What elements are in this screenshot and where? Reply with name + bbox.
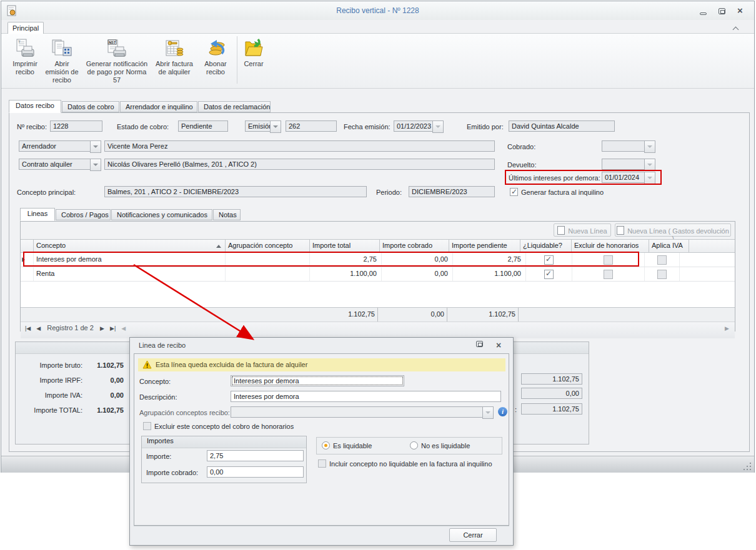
estado-cobro-field[interactable]: Pendiente xyxy=(178,120,228,132)
arrendador-combo[interactable]: Arrendador xyxy=(19,140,101,152)
imprimir-recibo-button[interactable]: T Imprimir recibo xyxy=(9,36,41,85)
nav-first-icon[interactable]: |◀ xyxy=(25,325,31,331)
col-liquidable[interactable]: ¿Liquidable? xyxy=(520,240,572,252)
cell-importe-total[interactable]: 1.100,00 xyxy=(310,267,382,281)
chevron-down-icon[interactable] xyxy=(90,159,101,171)
cell-concepto[interactable]: Renta xyxy=(34,267,226,281)
iva-checkbox[interactable] xyxy=(657,270,667,279)
cell-excluir[interactable] xyxy=(572,267,645,281)
restore-button[interactable] xyxy=(717,7,727,15)
concepto-principal-field[interactable]: Balmes, 201 , ATICO 2 - DICIEMBRE/2023 xyxy=(104,186,367,197)
dialog-cerrar-button[interactable]: Cerrar xyxy=(449,528,497,542)
iva-checkbox[interactable] xyxy=(657,255,667,265)
minimize-button[interactable] xyxy=(699,7,709,15)
tab-notificaciones[interactable]: Notificaciones y comunicados xyxy=(111,209,212,220)
col-importe-pendiente[interactable]: Importe pendiente xyxy=(449,240,520,252)
devuelto-combo[interactable] xyxy=(602,159,655,170)
svg-text:N57: N57 xyxy=(109,41,116,44)
tab-arrendador-inquilino[interactable]: Arrendador e inquilino xyxy=(120,101,197,112)
navigator-text: Registro 1 de 2 xyxy=(47,324,94,331)
total-importe-cobrado: 0,00 xyxy=(378,308,447,322)
nav-scroll-right-icon[interactable]: ▶ xyxy=(725,325,729,331)
liquidable-checkbox[interactable] xyxy=(544,270,554,279)
generar-factura-checkbox[interactable] xyxy=(510,188,518,196)
arrendador-combo-value: Arrendador xyxy=(19,140,90,152)
cell-iva[interactable] xyxy=(645,253,680,267)
dlg-importe-field[interactable]: 2,75 xyxy=(207,450,304,461)
cell-importe-pendiente[interactable]: 1.100,00 xyxy=(453,267,526,281)
dialog-title-bar[interactable]: Linea de recibo × xyxy=(130,338,513,353)
emision-combo[interactable]: Emisión xyxy=(245,120,281,132)
col-concepto[interactable]: Concepto xyxy=(34,240,226,252)
dlg-incluir-checkbox[interactable] xyxy=(318,459,326,468)
excluir-checkbox[interactable] xyxy=(604,270,613,279)
info-icon[interactable]: i xyxy=(498,407,507,416)
title-bar[interactable]: Recibo vertical - Nº 1228 × xyxy=(1,1,754,20)
cerrar-button[interactable]: Cerrar xyxy=(240,36,267,85)
abrir-factura-button[interactable]: Abrir factura de alquiler xyxy=(152,36,196,85)
tab-principal[interactable]: Principal xyxy=(7,22,44,34)
dialog-footer-separator xyxy=(134,526,509,526)
cobrado-combo[interactable] xyxy=(602,140,655,152)
norma57-icon: N57 xyxy=(105,39,129,59)
dlg-importe-label: Importe: xyxy=(146,453,171,460)
fecha-emision-combo[interactable]: 01/12/2023 xyxy=(394,120,444,132)
col-agrupacion[interactable]: Agrupación concepto xyxy=(226,240,310,252)
dlg-excluir-checkbox[interactable] xyxy=(143,422,151,430)
nueva-linea-button[interactable]: Nueva Línea xyxy=(554,223,611,237)
contrato-combo[interactable]: Contrato alquiler xyxy=(19,159,101,170)
chevron-down-icon[interactable] xyxy=(90,140,101,153)
dlg-importe-cobrado-field[interactable]: 0,00 xyxy=(207,466,304,478)
abrir-emision-button[interactable]: Abrir emisión de recibo xyxy=(42,36,81,85)
col-importe-cobrado[interactable]: Importe cobrado xyxy=(380,240,449,252)
dlg-descripcion-field[interactable]: Intereses por demora xyxy=(231,391,501,402)
tab-datos-reclamacion[interactable]: Datos de reclamación xyxy=(198,101,271,112)
dlg-agrupacion-combo[interactable] xyxy=(231,406,494,418)
close-button[interactable]: × xyxy=(737,7,747,14)
grid-row-renta[interactable]: Renta 1.100,00 0,00 1.100,00 xyxy=(21,267,735,282)
importe-total-value: 1.102,75 xyxy=(84,406,124,414)
cell-importe-cobrado[interactable]: 0,00 xyxy=(382,267,453,281)
generar-notificacion-button[interactable]: N57 Generar notificación de pago por Nor… xyxy=(82,36,151,85)
open-invoice-icon xyxy=(163,39,186,59)
dialog-close-icon[interactable]: × xyxy=(496,340,501,350)
dialog-restore-button[interactable] xyxy=(475,341,484,348)
tab-datos-recibo[interactable]: Datos recibo xyxy=(9,100,61,113)
generar-factura-label: Generar factura al inquilino xyxy=(521,189,604,196)
no-es-liquidable-radio[interactable] xyxy=(410,441,418,449)
window-title: Recibo vertical - Nº 1228 xyxy=(1,6,754,15)
annotation-red-box-row xyxy=(23,252,639,267)
cell-iva[interactable] xyxy=(645,267,680,281)
dlg-concepto-field[interactable]: Intereses por demora xyxy=(231,375,404,386)
tab-lineas[interactable]: Lineas xyxy=(20,208,55,221)
toolbar-label: Abonar recibo xyxy=(197,60,234,76)
col-excluir-honorarios[interactable]: Excluir de honorarios xyxy=(572,240,649,252)
ribbon-toolbar: T Imprimir recibo Abrir emisión de recib… xyxy=(1,34,754,89)
resize-grip[interactable] xyxy=(743,462,751,470)
emitido-por-field[interactable]: David Quintas Alcalde xyxy=(509,120,615,132)
cell-agrupacion[interactable] xyxy=(226,267,310,281)
nueva-linea-gastos-button[interactable]: Nueva Línea ( Gastos devolución ) xyxy=(615,223,731,237)
tab-datos-cobro[interactable]: Datos de cobro xyxy=(62,101,119,112)
col-importe-total[interactable]: Importe total xyxy=(310,240,380,252)
arrendador-field[interactable]: Vicente Mora Perez xyxy=(104,140,495,152)
cobrado-combo-value xyxy=(602,140,644,152)
emision-num-field[interactable]: 262 xyxy=(286,120,337,132)
col-aplica-iva[interactable]: Aplica IVA xyxy=(649,240,689,252)
collapse-ribbon-icon[interactable] xyxy=(734,26,739,31)
tab-cobros-pagos[interactable]: Cobros / Pagos xyxy=(56,209,111,220)
num-recibo-field[interactable]: 1228 xyxy=(50,120,102,132)
tab-notas[interactable]: Notas xyxy=(213,209,241,220)
toolbar-label: Abrir factura de alquiler xyxy=(152,60,196,76)
nav-scroll-left-icon[interactable]: ◀ xyxy=(121,325,126,331)
contrato-field[interactable]: Nicolás Olivares Perelló (Balmes, 201 , … xyxy=(104,159,495,170)
dlg-concepto-label: Concepto: xyxy=(139,378,171,385)
cell-liquidable[interactable] xyxy=(526,267,572,281)
nav-last-icon[interactable]: ▶| xyxy=(110,325,116,331)
es-liquidable-radio[interactable] xyxy=(322,441,330,449)
nav-prev-icon[interactable]: ◀ xyxy=(36,325,41,331)
periodo-field[interactable]: DICIEMBRE/2023 xyxy=(409,186,495,197)
abonar-recibo-button[interactable]: Abonar recibo xyxy=(197,36,234,85)
chevron-down-icon[interactable] xyxy=(270,120,281,133)
nav-next-icon[interactable]: ▶ xyxy=(100,325,104,331)
